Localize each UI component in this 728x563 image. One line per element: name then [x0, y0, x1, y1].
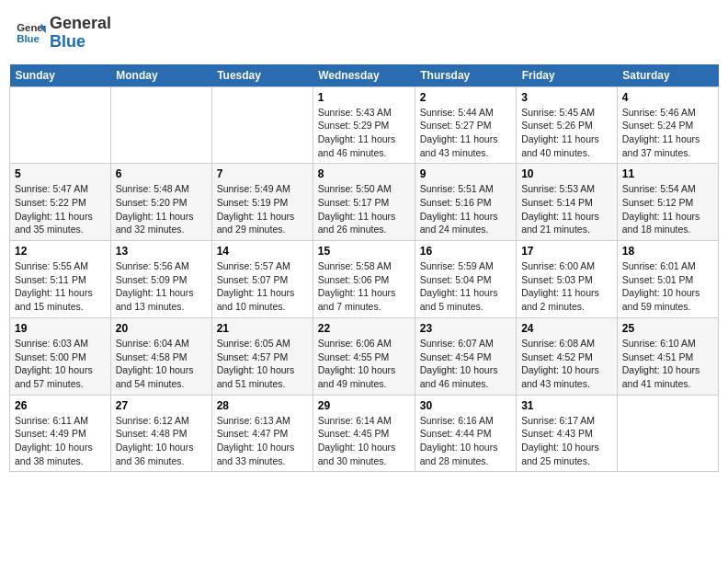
day-info: Sunrise: 6:14 AMSunset: 4:45 PMDaylight:… [318, 414, 410, 468]
day-number: 27 [116, 399, 207, 412]
day-number: 14 [217, 245, 308, 258]
day-cell-22: 22Sunrise: 6:06 AMSunset: 4:55 PMDayligh… [313, 317, 415, 395]
weekday-header-monday: Monday [110, 64, 211, 87]
day-cell-14: 14Sunrise: 5:57 AMSunset: 5:07 PMDayligh… [211, 241, 313, 318]
day-info: Sunrise: 5:46 AMSunset: 5:24 PMDaylight:… [622, 106, 713, 160]
day-info: Sunrise: 6:11 AMSunset: 4:49 PMDaylight:… [15, 414, 106, 468]
day-number: 13 [116, 245, 207, 258]
day-info: Sunrise: 5:59 AMSunset: 5:04 PMDaylight:… [420, 259, 511, 314]
day-cell-1: 1Sunrise: 5:43 AMSunset: 5:29 PMDaylight… [313, 86, 415, 164]
page-header: General Blue General Blue [9, 9, 719, 57]
logo-icon: General Blue [17, 20, 46, 46]
day-info: Sunrise: 6:07 AMSunset: 4:54 PMDaylight:… [420, 337, 511, 391]
weekday-header-sunday: Sunday [10, 64, 111, 87]
day-cell-5: 5Sunrise: 5:47 AMSunset: 5:22 PMDaylight… [10, 164, 111, 241]
day-info: Sunrise: 6:16 AMSunset: 4:44 PMDaylight:… [420, 414, 511, 468]
day-number: 2 [420, 91, 511, 104]
day-info: Sunrise: 5:47 AMSunset: 5:22 PMDaylight:… [15, 182, 106, 236]
day-cell-15: 15Sunrise: 5:58 AMSunset: 5:06 PMDayligh… [313, 241, 415, 318]
day-cell-16: 16Sunrise: 5:59 AMSunset: 5:04 PMDayligh… [415, 241, 516, 318]
day-cell-2: 2Sunrise: 5:44 AMSunset: 5:27 PMDaylight… [415, 86, 516, 164]
day-cell-23: 23Sunrise: 6:07 AMSunset: 4:54 PMDayligh… [415, 317, 516, 395]
day-info: Sunrise: 6:10 AMSunset: 4:51 PMDaylight:… [622, 337, 713, 391]
day-number: 15 [318, 245, 410, 258]
day-cell-30: 30Sunrise: 6:16 AMSunset: 4:44 PMDayligh… [415, 395, 516, 472]
day-number: 29 [318, 399, 410, 412]
day-cell-12: 12Sunrise: 5:55 AMSunset: 5:11 PMDayligh… [10, 241, 111, 318]
day-number: 22 [318, 322, 410, 335]
day-info: Sunrise: 5:54 AMSunset: 5:12 PMDaylight:… [622, 182, 713, 236]
day-info: Sunrise: 5:51 AMSunset: 5:16 PMDaylight:… [420, 182, 511, 236]
day-info: Sunrise: 6:00 AMSunset: 5:03 PMDaylight:… [521, 259, 612, 314]
day-number: 30 [420, 399, 511, 412]
day-number: 20 [116, 322, 207, 335]
day-number: 23 [420, 322, 511, 335]
day-number: 25 [622, 322, 713, 335]
day-cell-19: 19Sunrise: 6:03 AMSunset: 5:00 PMDayligh… [10, 317, 111, 395]
day-number: 17 [521, 245, 612, 258]
day-number: 5 [15, 167, 106, 180]
day-cell-13: 13Sunrise: 5:56 AMSunset: 5:09 PMDayligh… [110, 241, 211, 318]
day-info: Sunrise: 5:45 AMSunset: 5:26 PMDaylight:… [521, 106, 612, 160]
day-cell-11: 11Sunrise: 5:54 AMSunset: 5:12 PMDayligh… [617, 164, 718, 241]
day-number: 18 [622, 245, 713, 258]
day-info: Sunrise: 5:55 AMSunset: 5:11 PMDaylight:… [15, 259, 106, 314]
day-cell-empty [10, 86, 111, 164]
day-number: 26 [15, 399, 106, 412]
day-info: Sunrise: 5:58 AMSunset: 5:06 PMDaylight:… [318, 259, 410, 314]
weekday-header-thursday: Thursday [415, 64, 516, 87]
weekday-header-saturday: Saturday [617, 64, 718, 87]
day-number: 28 [217, 399, 308, 412]
day-cell-empty [110, 86, 211, 164]
day-cell-17: 17Sunrise: 6:00 AMSunset: 5:03 PMDayligh… [517, 241, 618, 318]
day-cell-24: 24Sunrise: 6:08 AMSunset: 4:52 PMDayligh… [517, 317, 618, 395]
day-info: Sunrise: 6:13 AMSunset: 4:47 PMDaylight:… [217, 414, 308, 468]
day-cell-20: 20Sunrise: 6:04 AMSunset: 4:58 PMDayligh… [110, 317, 211, 395]
day-cell-8: 8Sunrise: 5:50 AMSunset: 5:17 PMDaylight… [313, 164, 415, 241]
day-cell-3: 3Sunrise: 5:45 AMSunset: 5:26 PMDaylight… [517, 86, 618, 164]
day-cell-27: 27Sunrise: 6:12 AMSunset: 4:48 PMDayligh… [110, 395, 211, 472]
day-info: Sunrise: 5:48 AMSunset: 5:20 PMDaylight:… [116, 182, 207, 236]
day-number: 3 [521, 91, 612, 104]
day-info: Sunrise: 6:08 AMSunset: 4:52 PMDaylight:… [521, 337, 612, 391]
day-number: 24 [521, 322, 612, 335]
day-number: 19 [15, 322, 106, 335]
day-cell-18: 18Sunrise: 6:01 AMSunset: 5:01 PMDayligh… [617, 241, 718, 318]
day-number: 6 [116, 167, 207, 180]
day-cell-26: 26Sunrise: 6:11 AMSunset: 4:49 PMDayligh… [10, 395, 111, 472]
day-info: Sunrise: 5:50 AMSunset: 5:17 PMDaylight:… [318, 182, 410, 236]
day-info: Sunrise: 6:06 AMSunset: 4:55 PMDaylight:… [318, 337, 410, 391]
logo: General Blue General Blue [17, 15, 111, 52]
day-number: 21 [217, 322, 308, 335]
logo-text: General Blue [50, 15, 111, 52]
day-number: 12 [15, 245, 106, 258]
day-info: Sunrise: 6:01 AMSunset: 5:01 PMDaylight:… [622, 259, 713, 314]
day-info: Sunrise: 6:12 AMSunset: 4:48 PMDaylight:… [116, 414, 207, 468]
day-cell-31: 31Sunrise: 6:17 AMSunset: 4:43 PMDayligh… [517, 395, 618, 472]
day-cell-4: 4Sunrise: 5:46 AMSunset: 5:24 PMDaylight… [617, 86, 718, 164]
day-number: 1 [318, 91, 410, 104]
day-cell-empty [211, 86, 313, 164]
day-number: 16 [420, 245, 511, 258]
day-cell-29: 29Sunrise: 6:14 AMSunset: 4:45 PMDayligh… [313, 395, 415, 472]
weekday-header-tuesday: Tuesday [211, 64, 313, 87]
day-info: Sunrise: 5:43 AMSunset: 5:29 PMDaylight:… [318, 106, 410, 160]
day-info: Sunrise: 5:57 AMSunset: 5:07 PMDaylight:… [217, 259, 308, 314]
day-number: 31 [521, 399, 612, 412]
day-info: Sunrise: 6:17 AMSunset: 4:43 PMDaylight:… [521, 414, 612, 468]
day-cell-25: 25Sunrise: 6:10 AMSunset: 4:51 PMDayligh… [617, 317, 718, 395]
day-info: Sunrise: 5:44 AMSunset: 5:27 PMDaylight:… [420, 106, 511, 160]
day-number: 8 [318, 167, 410, 180]
day-cell-28: 28Sunrise: 6:13 AMSunset: 4:47 PMDayligh… [211, 395, 313, 472]
calendar-table: SundayMondayTuesdayWednesdayThursdayFrid… [9, 64, 719, 473]
day-cell-6: 6Sunrise: 5:48 AMSunset: 5:20 PMDaylight… [110, 164, 211, 241]
day-number: 10 [521, 167, 612, 180]
day-info: Sunrise: 6:04 AMSunset: 4:58 PMDaylight:… [116, 337, 207, 391]
day-number: 7 [217, 167, 308, 180]
day-info: Sunrise: 5:56 AMSunset: 5:09 PMDaylight:… [116, 259, 207, 314]
weekday-header-wednesday: Wednesday [313, 64, 415, 87]
day-info: Sunrise: 6:03 AMSunset: 5:00 PMDaylight:… [15, 337, 106, 391]
day-cell-21: 21Sunrise: 6:05 AMSunset: 4:57 PMDayligh… [211, 317, 313, 395]
day-info: Sunrise: 5:49 AMSunset: 5:19 PMDaylight:… [217, 182, 308, 236]
day-info: Sunrise: 6:05 AMSunset: 4:57 PMDaylight:… [217, 337, 308, 391]
